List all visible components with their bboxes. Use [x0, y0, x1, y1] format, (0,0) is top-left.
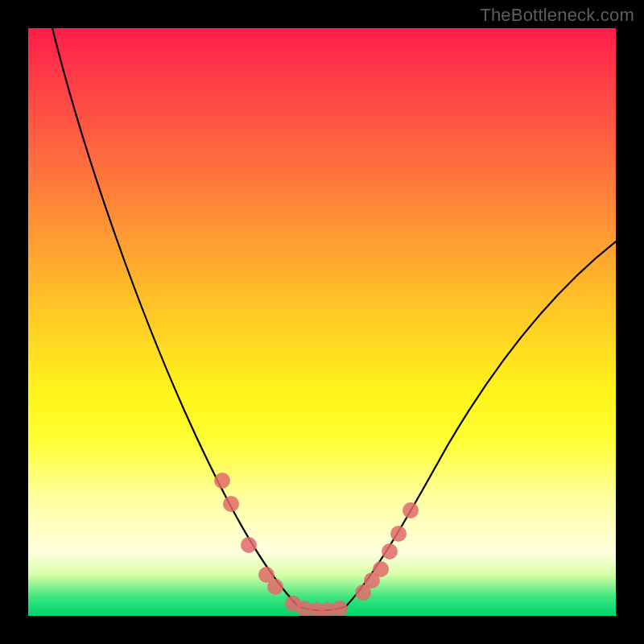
data-dot: [332, 601, 348, 616]
data-dot: [241, 537, 257, 553]
data-dot: [390, 526, 407, 542]
data-dot: [373, 561, 389, 577]
data-dot: [402, 502, 419, 518]
chart-frame: TheBottleneck.com: [0, 0, 644, 644]
plot-area: [28, 28, 616, 616]
data-dot: [267, 579, 283, 595]
watermark-text: TheBottleneck.com: [480, 5, 634, 26]
bottleneck-curve-svg: [28, 28, 616, 616]
data-dot: [223, 496, 239, 512]
curve-left-branch: [52, 28, 298, 606]
data-dot: [214, 473, 230, 489]
data-dot: [382, 543, 398, 559]
